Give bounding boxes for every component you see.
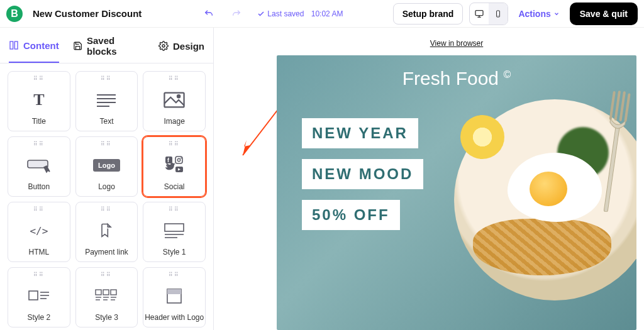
hero-yolk-illustration bbox=[530, 172, 567, 206]
block-label: Title bbox=[32, 117, 46, 131]
grip-icon: ⠿⠿ bbox=[169, 75, 180, 83]
block-label: Image bbox=[164, 117, 184, 131]
grip-icon: ⠿⠿ bbox=[101, 141, 112, 148]
email-brand-title: Fresh Food © bbox=[277, 68, 636, 89]
actions-menu[interactable]: Actions bbox=[514, 5, 563, 23]
grip-icon: ⠿⠿ bbox=[33, 141, 45, 148]
chevron-down-icon bbox=[553, 11, 560, 17]
grip-icon: ⠿⠿ bbox=[101, 206, 112, 214]
svg-rect-39 bbox=[167, 289, 181, 294]
payment-icon bbox=[97, 222, 115, 239]
style2-icon bbox=[28, 289, 50, 304]
svg-rect-31 bbox=[111, 290, 116, 295]
svg-point-7 bbox=[162, 45, 165, 47]
desktop-icon bbox=[474, 9, 484, 19]
block-style-1[interactable]: ⠿⠿ Style 1 bbox=[143, 202, 206, 262]
block-logo[interactable]: ⠿⠿ Logo Logo bbox=[75, 136, 138, 197]
app-logo[interactable]: B bbox=[6, 6, 23, 22]
grip-icon: ⠿⠿ bbox=[33, 272, 45, 279]
svg-rect-25 bbox=[29, 291, 38, 300]
svg-rect-42 bbox=[604, 124, 619, 212]
tab-design[interactable]: Design bbox=[158, 35, 204, 63]
image-icon bbox=[164, 92, 185, 108]
block-label: Social bbox=[164, 182, 185, 196]
hero-text-line-3: 50% OFF bbox=[302, 200, 400, 230]
svg-point-13 bbox=[177, 95, 180, 97]
logo-chip-icon: Logo bbox=[93, 159, 120, 172]
svg-point-19 bbox=[180, 158, 182, 159]
tab-content[interactable]: Content bbox=[9, 35, 59, 63]
block-label: Logo bbox=[98, 182, 115, 196]
undo-button[interactable] bbox=[202, 7, 216, 21]
mobile-icon bbox=[494, 9, 502, 19]
block-image[interactable]: ⠿⠿ Image bbox=[143, 71, 206, 131]
hero-food-illustration bbox=[473, 219, 611, 275]
svg-point-18 bbox=[177, 158, 180, 161]
last-saved-indicator: Last saved 10:02 AM bbox=[257, 9, 343, 18]
svg-marker-41 bbox=[243, 140, 250, 155]
setup-brand-button[interactable]: Setup brand bbox=[393, 3, 464, 25]
block-label: Style 1 bbox=[163, 248, 186, 261]
save-icon bbox=[73, 41, 82, 51]
document-title: New Customer Discount bbox=[33, 8, 142, 19]
svg-rect-30 bbox=[103, 290, 109, 295]
style1-icon bbox=[164, 223, 185, 239]
block-label: Header with Logo bbox=[145, 313, 204, 327]
gear-icon bbox=[158, 41, 169, 51]
hero-text-line-2: NEW MOOD bbox=[302, 159, 423, 189]
block-style-2[interactable]: ⠿⠿ Style 2 bbox=[8, 267, 70, 327]
block-html[interactable]: ⠿⠿ </> HTML bbox=[8, 202, 70, 262]
block-style-3[interactable]: ⠿⠿ Style 3 bbox=[75, 267, 138, 327]
grip-icon: ⠿⠿ bbox=[169, 272, 180, 279]
svg-rect-0 bbox=[475, 10, 483, 15]
preview-canvas: View in browser Fresh Food © NEW YEAR NE… bbox=[214, 28, 644, 330]
tab-saved-blocks[interactable]: Saved blocks bbox=[73, 35, 145, 63]
hero-lemon-illustration bbox=[460, 115, 504, 159]
svg-rect-5 bbox=[10, 41, 13, 49]
undo-icon bbox=[204, 9, 214, 19]
grip-icon: ⠿⠿ bbox=[33, 75, 45, 83]
block-text[interactable]: ⠿⠿ Text bbox=[75, 71, 138, 131]
grip-icon: ⠿⠿ bbox=[101, 272, 112, 279]
style3-icon bbox=[94, 289, 118, 304]
grip-icon: ⠿⠿ bbox=[101, 75, 112, 83]
block-label: HTML bbox=[28, 248, 49, 261]
redo-button[interactable] bbox=[230, 7, 243, 21]
block-social[interactable]: ⠿⠿ f Social bbox=[143, 136, 206, 197]
hero-text-line-1: NEW YEAR bbox=[302, 118, 418, 148]
svg-rect-17 bbox=[175, 157, 182, 163]
check-icon bbox=[257, 10, 265, 18]
block-label: Style 3 bbox=[95, 313, 118, 327]
redo-icon bbox=[231, 9, 242, 19]
block-label: Button bbox=[28, 182, 50, 196]
mobile-preview-button[interactable] bbox=[489, 3, 508, 25]
block-label: Style 2 bbox=[27, 313, 50, 327]
block-label: Payment link bbox=[85, 248, 128, 261]
social-icons: f bbox=[162, 155, 187, 175]
block-payment-link[interactable]: ⠿⠿ Payment link bbox=[75, 202, 138, 262]
block-button[interactable]: ⠿⠿ Button bbox=[8, 136, 70, 197]
svg-rect-6 bbox=[14, 41, 18, 49]
sidebar: Content Saved blocks Design ⠿⠿ T Title ⠿… bbox=[0, 28, 214, 330]
layout-icon bbox=[9, 40, 19, 50]
block-label: Text bbox=[99, 117, 113, 131]
text-lines-icon bbox=[96, 92, 117, 107]
grip-icon: ⠿⠿ bbox=[33, 206, 45, 214]
save-and-quit-button[interactable]: Save & quit bbox=[570, 3, 638, 25]
svg-rect-29 bbox=[96, 290, 101, 295]
button-icon bbox=[26, 157, 52, 173]
grip-icon: ⠿⠿ bbox=[169, 206, 180, 214]
header-logo-icon bbox=[165, 288, 184, 304]
grip-icon: ⠿⠿ bbox=[169, 141, 180, 148]
view-in-browser-link[interactable]: View in browser bbox=[430, 39, 483, 48]
block-title[interactable]: ⠿⠿ T Title bbox=[8, 71, 70, 131]
desktop-preview-button[interactable] bbox=[470, 3, 489, 25]
block-header-with-logo[interactable]: ⠿⠿ Header with Logo bbox=[143, 267, 206, 327]
device-toggle bbox=[469, 3, 508, 25]
svg-rect-22 bbox=[165, 224, 184, 231]
email-hero[interactable]: Fresh Food © NEW YEAR NEW MOOD 50% OFF bbox=[277, 55, 636, 330]
